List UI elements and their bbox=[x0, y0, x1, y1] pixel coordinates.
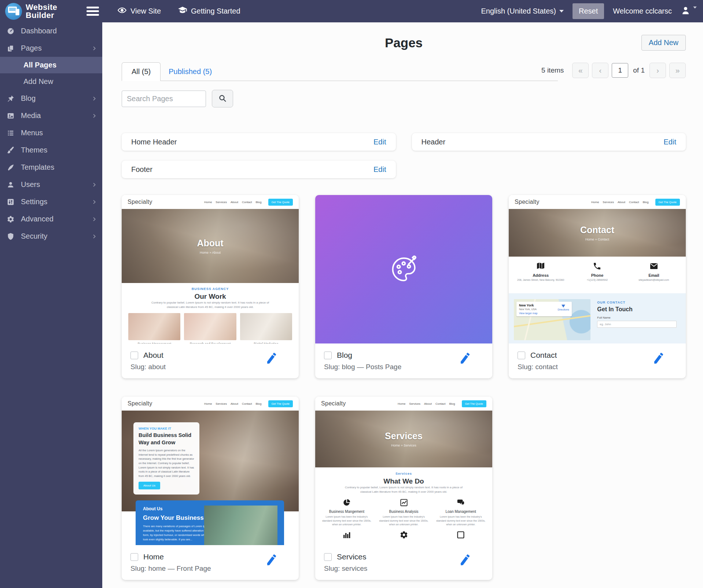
sidebar-item-blog[interactable]: Blog bbox=[0, 90, 102, 107]
chevron-down-icon bbox=[559, 10, 564, 12]
sidebar-item-users[interactable]: Users bbox=[0, 176, 102, 193]
tab-published[interactable]: Published (5) bbox=[161, 63, 220, 81]
thumb-site-header: Specialty HomeServicesAboutContactBlog G… bbox=[122, 195, 299, 209]
quote-button: Get The Quote bbox=[462, 400, 486, 407]
getting-started-link[interactable]: Getting Started bbox=[178, 5, 240, 17]
edit-footer-link[interactable]: Edit bbox=[373, 165, 386, 174]
media-icon bbox=[7, 112, 15, 120]
page-thumbnail-contact[interactable]: Specialty HomeServicesAboutContactBlog G… bbox=[509, 195, 686, 343]
account-menu[interactable] bbox=[681, 5, 697, 17]
paint-brush-icon bbox=[7, 146, 15, 154]
sidebar-item-settings[interactable]: Settings bbox=[0, 193, 102, 210]
search-button[interactable] bbox=[212, 90, 233, 107]
eye-icon bbox=[117, 5, 127, 17]
current-page-input[interactable] bbox=[612, 63, 628, 78]
sidebar-item-menus[interactable]: Menus bbox=[0, 124, 102, 142]
chevron-right-icon bbox=[91, 45, 97, 51]
thumb-photo bbox=[128, 313, 180, 340]
edit-header-link[interactable]: Edit bbox=[664, 138, 676, 146]
sidebar-item-templates[interactable]: Templates bbox=[0, 159, 102, 176]
sidebar-item-add-new[interactable]: Add New bbox=[0, 73, 102, 90]
edit-pencil-icon[interactable] bbox=[265, 352, 278, 365]
part-label: Footer bbox=[131, 165, 152, 174]
line-chart-icon bbox=[400, 501, 408, 508]
edit-pencil-icon[interactable] bbox=[265, 553, 278, 566]
page-card-footer: Home Slug: home — Front Page bbox=[122, 545, 299, 580]
sidebar-item-all-pages[interactable]: All Pages bbox=[0, 57, 102, 73]
edit-home-header-link[interactable]: Edit bbox=[373, 138, 386, 146]
page-thumbnail-services[interactable]: Specialty HomeServicesAboutContactBlog G… bbox=[315, 397, 492, 545]
sidebar-item-advanced[interactable]: Advanced bbox=[0, 210, 102, 228]
view-site-link[interactable]: View Site bbox=[117, 5, 161, 17]
quote-button: Get The Quote bbox=[268, 400, 293, 407]
last-page-button[interactable]: » bbox=[669, 63, 686, 78]
menu-toggle-button[interactable] bbox=[87, 5, 100, 18]
page-name: Blog bbox=[337, 351, 352, 360]
chevron-right-icon bbox=[91, 199, 97, 205]
select-page-checkbox[interactable] bbox=[324, 352, 332, 359]
thumb-hero: About Home » About bbox=[122, 209, 299, 283]
sidebar-item-security[interactable]: Security bbox=[0, 228, 102, 245]
first-page-button[interactable]: « bbox=[572, 63, 589, 78]
page-thumbnail-blog[interactable] bbox=[315, 195, 492, 343]
edit-pencil-icon[interactable] bbox=[459, 352, 472, 365]
sidebar-item-themes[interactable]: Themes bbox=[0, 142, 102, 159]
phone-icon bbox=[593, 265, 601, 272]
page-card-footer: Contact Slug: contact bbox=[509, 343, 686, 378]
chevron-right-icon bbox=[91, 234, 97, 239]
pen-icon bbox=[7, 163, 15, 172]
chevron-right-icon bbox=[91, 113, 97, 119]
welcome-text: Welcome cclcarsc bbox=[613, 7, 672, 15]
thumb-site-header: Specialty HomeServicesAboutContactBlog G… bbox=[509, 195, 686, 209]
thumb-about-us-button: About Us bbox=[139, 482, 160, 489]
thumb-site-header: Specialty HomeServicesAboutContactBlog G… bbox=[315, 397, 492, 411]
edit-pencil-icon[interactable] bbox=[459, 553, 472, 566]
user-avatar-icon bbox=[681, 5, 691, 17]
pie-chart-icon bbox=[343, 501, 351, 508]
menu-list-icon bbox=[7, 129, 15, 137]
page-name: Home bbox=[143, 552, 164, 561]
page-thumbnail-home[interactable]: Specialty HomeServicesAboutContactBlog G… bbox=[122, 397, 299, 545]
page-thumbnail-about[interactable]: Specialty HomeServicesAboutContactBlog G… bbox=[122, 195, 299, 343]
sidebar-item-media[interactable]: Media bbox=[0, 107, 102, 124]
search-input[interactable] bbox=[122, 91, 206, 107]
thumb-photo bbox=[204, 506, 277, 545]
envelope-icon bbox=[649, 265, 658, 272]
page-card-home: Specialty HomeServicesAboutContactBlog G… bbox=[122, 397, 299, 580]
chevron-right-icon bbox=[91, 182, 97, 188]
chat-bubbles-icon bbox=[457, 501, 465, 508]
shield-icon bbox=[7, 232, 15, 240]
sliders-icon bbox=[7, 198, 15, 206]
add-new-button[interactable]: Add New bbox=[641, 35, 686, 51]
reset-button[interactable]: Reset bbox=[573, 3, 604, 19]
directions-pin-icon bbox=[562, 305, 565, 308]
next-page-button[interactable]: › bbox=[649, 63, 666, 78]
graduation-cap-icon bbox=[178, 5, 187, 17]
select-page-checkbox[interactable] bbox=[518, 352, 525, 359]
tab-all[interactable]: All (5) bbox=[122, 62, 161, 81]
page-card-about: Specialty HomeServicesAboutContactBlog G… bbox=[122, 195, 299, 378]
edit-pencil-icon[interactable] bbox=[652, 352, 665, 365]
sidebar-item-dashboard[interactable]: Dashboard bbox=[0, 22, 102, 40]
chevron-right-icon bbox=[91, 216, 97, 222]
gauge-icon bbox=[7, 27, 15, 35]
page-name: Contact bbox=[530, 351, 557, 360]
part-label: Header bbox=[422, 138, 446, 146]
search-icon bbox=[218, 94, 227, 104]
page-of-label: of 1 bbox=[632, 66, 646, 74]
language-dropdown[interactable]: English (United States) bbox=[481, 7, 564, 15]
brand[interactable]: WebsiteBuilder bbox=[0, 3, 81, 20]
website-builder-logo-icon bbox=[5, 3, 22, 20]
map-preview: New York New York, USA View larger map D… bbox=[514, 299, 590, 340]
page-card-footer: About Slug: about bbox=[122, 343, 299, 378]
page-card-contact: Specialty HomeServicesAboutContactBlog G… bbox=[509, 195, 686, 378]
pushpin-icon bbox=[7, 95, 15, 103]
prev-page-button[interactable]: ‹ bbox=[592, 63, 608, 78]
items-count: 5 items bbox=[541, 66, 564, 74]
select-page-checkbox[interactable] bbox=[130, 553, 138, 561]
sidebar-item-pages[interactable]: Pages bbox=[0, 40, 102, 57]
select-page-checkbox[interactable] bbox=[130, 352, 138, 359]
select-page-checkbox[interactable] bbox=[324, 553, 332, 561]
palette-icon bbox=[388, 253, 420, 286]
map-icon bbox=[536, 265, 545, 272]
